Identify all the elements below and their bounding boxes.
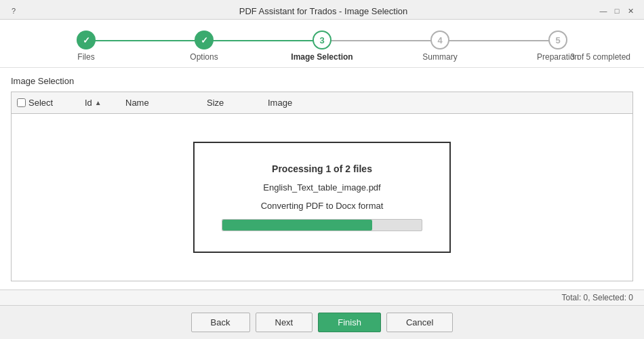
step-4-label: Summary xyxy=(422,52,457,62)
step-2-circle: ✓ xyxy=(195,31,214,49)
step-image-selection: 3 Image Selection xyxy=(263,31,381,62)
col-header-select: Select xyxy=(12,96,79,110)
step-1-circle: ✓ xyxy=(77,31,96,49)
name-label: Name xyxy=(125,98,149,108)
col-header-size: Size xyxy=(201,96,262,110)
progress-bar xyxy=(222,219,422,231)
title-bar: ? PDF Assistant for Trados - Image Selec… xyxy=(0,0,644,20)
sort-icon: ▲ xyxy=(95,99,102,106)
processing-title: Processing 1 of 2 files xyxy=(272,163,372,174)
maximize-button[interactable]: □ xyxy=(611,5,622,16)
step-1-connector xyxy=(86,40,204,41)
select-label: Select xyxy=(28,98,53,108)
section-label: Image Selection xyxy=(11,76,633,86)
image-label: Image xyxy=(268,98,292,108)
step-3-circle: 3 xyxy=(313,31,331,49)
minimize-button[interactable]: — xyxy=(598,5,609,16)
step-2-label: Options xyxy=(190,52,218,62)
status-bar: Total: 0, Selected: 0 xyxy=(0,290,644,305)
progress-bar-fill xyxy=(222,220,372,231)
select-all-checkbox[interactable] xyxy=(17,98,26,107)
check-icon-2: ✓ xyxy=(201,35,208,45)
step-4-number: 4 xyxy=(437,35,442,45)
step-options: ✓ Options xyxy=(145,31,263,62)
step-4-connector xyxy=(440,40,558,41)
col-header-image: Image xyxy=(262,96,344,110)
wizard-steps: ✓ Files ✓ Options 3 Image Selection 4 xyxy=(0,20,644,68)
step-2-connector xyxy=(204,40,322,41)
help-button[interactable]: ? xyxy=(8,5,19,16)
step-summary: 4 Summary xyxy=(381,31,499,62)
cancel-button[interactable]: Cancel xyxy=(386,313,453,332)
table-body: Processing 1 of 2 files English_Text_tab… xyxy=(12,114,632,281)
col-header-id[interactable]: Id ▲ xyxy=(79,96,120,110)
close-button[interactable]: ✕ xyxy=(625,5,636,16)
check-icon: ✓ xyxy=(83,35,90,45)
footer: Back Next Finish Cancel xyxy=(0,305,644,339)
next-button[interactable]: Next xyxy=(256,313,313,332)
table-container: Select Id ▲ Name Size Image xyxy=(11,92,633,281)
size-label: Size xyxy=(207,98,224,108)
main-window: ✓ Files ✓ Options 3 Image Selection 4 xyxy=(0,20,644,305)
finish-button[interactable]: Finish xyxy=(318,313,381,332)
step-1-label: Files xyxy=(77,52,94,62)
step-4-circle: 4 xyxy=(430,31,449,49)
content-area: Image Selection Select Id ▲ Name Size xyxy=(0,68,644,290)
step-3-number: 3 xyxy=(319,35,324,45)
step-3-connector xyxy=(322,40,440,41)
step-5-number: 5 xyxy=(555,35,560,45)
window-title: PDF Assistant for Trados - Image Selecti… xyxy=(49,6,598,16)
col-header-name: Name xyxy=(120,96,201,110)
back-button[interactable]: Back xyxy=(191,313,250,332)
processing-filename: English_Text_table_image.pdf xyxy=(263,182,380,193)
id-label: Id xyxy=(85,98,92,108)
wizard-status: 3 of 5 completed xyxy=(570,52,630,62)
step-files: ✓ Files xyxy=(27,31,145,62)
status-text: Total: 0, Selected: 0 xyxy=(562,293,633,302)
processing-status: Converting PDF to Docx format xyxy=(261,201,384,211)
processing-dialog: Processing 1 of 2 files English_Text_tab… xyxy=(193,142,451,253)
step-5-circle: 5 xyxy=(548,31,567,49)
step-3-label: Image Selection xyxy=(291,52,353,62)
table-header: Select Id ▲ Name Size Image xyxy=(12,92,632,114)
